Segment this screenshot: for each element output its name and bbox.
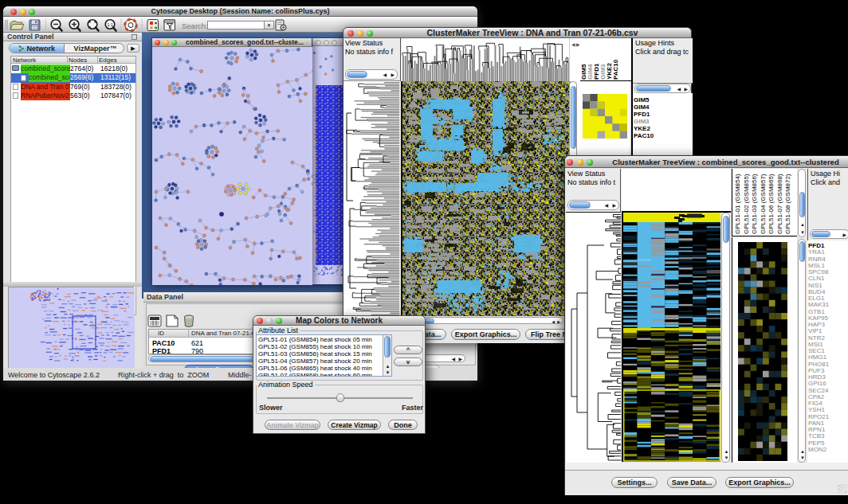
svg-text:1:1: 1:1 xyxy=(107,22,113,27)
